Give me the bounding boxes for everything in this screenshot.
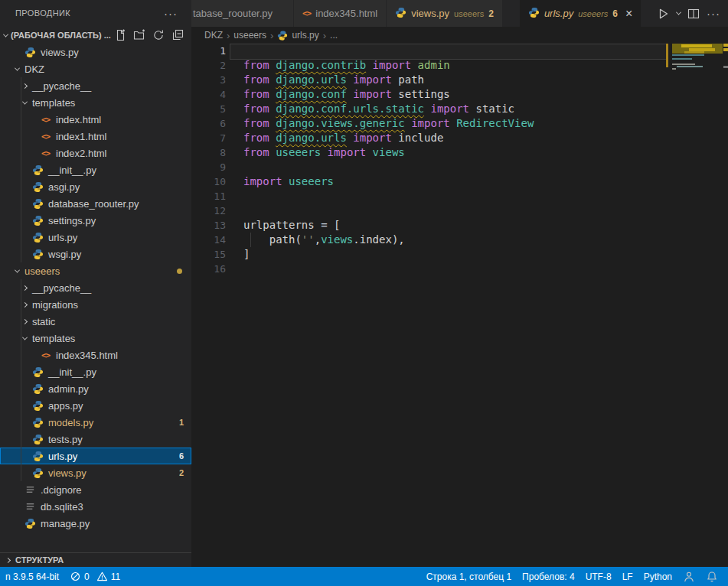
line-number: 10 [191, 174, 226, 189]
minimap-line-mark [677, 66, 703, 67]
tree-item-label: templates [32, 97, 75, 109]
tree-item-admin.py[interactable]: admin.py [0, 380, 191, 397]
code-line-1[interactable]: 1 [191, 44, 728, 58]
breadcrumb[interactable]: DKZ›useeers›urls.py›... [191, 27, 728, 44]
line-content: from django.urls import include [243, 131, 443, 145]
tree-item-models.py[interactable]: models.py1 [0, 414, 191, 431]
tree-item-DKZ[interactable]: DKZ [0, 60, 191, 77]
code-line-4[interactable]: 4from django.conf import settings [191, 87, 728, 102]
tab-tabase_roouter.py[interactable]: tabase_roouter.py [191, 0, 294, 27]
tree-item-asgi.py[interactable]: asgi.py [0, 178, 191, 195]
tree-item-urls.py[interactable]: urls.py [0, 229, 191, 246]
tree-item-label: models.py [48, 417, 93, 428]
tree-item-useeers[interactable]: useeers [0, 262, 191, 279]
tab-urls.py[interactable]: urls.pyuseeers6× [520, 0, 641, 27]
close-icon[interactable]: × [625, 8, 632, 20]
eol-status[interactable]: LF [617, 571, 638, 582]
tab-label: views.py [411, 8, 449, 19]
tree-item-views.py[interactable]: views.py2 [0, 464, 191, 481]
code-line-16[interactable]: 16 [191, 262, 728, 276]
language-mode-status[interactable]: Python [638, 571, 677, 582]
breadcrumb-item[interactable]: DKZ [204, 30, 223, 41]
notifications-bell-icon[interactable] [700, 571, 723, 583]
tab-bar: tabase_roouter.py<>index345.htmlviews.py… [191, 0, 728, 27]
python-file-icon [32, 181, 44, 193]
line-number: 5 [191, 102, 226, 116]
outline-section-header[interactable]: СТРУКТУРА [0, 552, 191, 567]
tree-item-migrations[interactable]: migrations [0, 296, 191, 313]
tree-item-db.sqlite3[interactable]: db.sqlite3 [0, 498, 191, 515]
tree-item-database_roouter.py[interactable]: database_roouter.py [0, 195, 191, 212]
tab-index345.html[interactable]: <>index345.html [294, 0, 387, 27]
breadcrumb-separator: › [270, 30, 273, 41]
tab-views.py[interactable]: views.pyuseeers2 [387, 0, 503, 27]
code-line-2[interactable]: 2from django.contrib import admin [191, 58, 728, 73]
chevron-down-icon [15, 65, 20, 70]
tree-item-label: settings.py [48, 215, 96, 226]
tree-item-urls.py[interactable]: urls.py6 [0, 448, 191, 464]
status-bar: n 3.9.5 64-bit 0 11 Строка 1, столбец 1П… [0, 567, 728, 586]
encoding-status[interactable]: UTF-8 [580, 571, 617, 582]
code-line-12[interactable]: 12 [191, 203, 728, 218]
line-number: 9 [191, 160, 226, 174]
tree-item-views.py[interactable]: views.py [0, 44, 191, 60]
tree-item-index345.html[interactable]: <>index345.html [0, 347, 191, 363]
feedback-icon[interactable] [677, 571, 700, 583]
problems-badge: 1 [179, 418, 184, 427]
tab-label: urls.py [544, 8, 573, 19]
code-line-14[interactable]: 14 path('',views.index), [191, 233, 728, 247]
tree-item-__pycache__[interactable]: __pycache__ [0, 279, 191, 296]
line-content: from django.conf.urls.static import stat… [243, 102, 514, 116]
tab-problems-badge: 2 [488, 8, 494, 19]
code-line-13[interactable]: 13urlpatterns = [ [191, 218, 728, 233]
new-folder-icon[interactable] [133, 29, 145, 41]
tree-item-label: migrations [32, 299, 78, 311]
tree-item-templates[interactable]: templates [0, 94, 191, 111]
modified-dot-badge [177, 269, 182, 274]
tree-item-.dcignore[interactable]: .dcignore [0, 481, 191, 498]
breadcrumb-item[interactable]: useeers [233, 30, 266, 41]
problems-status[interactable]: 0 11 [64, 571, 126, 582]
minimap[interactable] [666, 0, 728, 230]
tree-item-static[interactable]: static [0, 313, 191, 330]
tree-item-templates[interactable]: templates [0, 330, 191, 347]
tree-item-wsgi.py[interactable]: wsgi.py [0, 246, 191, 262]
cursor-position-status[interactable]: Строка 1, столбец 1 [421, 571, 517, 582]
more-actions-icon[interactable]: ··· [164, 0, 178, 27]
code-line-7[interactable]: 7from django.urls import include [191, 131, 728, 145]
line-number: 7 [191, 131, 226, 145]
tree-item-index.html[interactable]: <>index.html [0, 111, 191, 128]
tree-item-settings.py[interactable]: settings.py [0, 212, 191, 229]
tree-item-apps.py[interactable]: apps.py [0, 397, 191, 414]
tree-item-tests.py[interactable]: tests.py [0, 431, 191, 448]
python-version-label: n 3.9.5 64-bit [5, 571, 59, 582]
breadcrumb-item[interactable]: ... [330, 30, 338, 41]
code-editor[interactable]: 12from django.contrib import admin3from … [191, 44, 728, 276]
python-file-icon [528, 7, 540, 21]
tree-item-index1.html[interactable]: <>index1.html [0, 128, 191, 145]
code-line-11[interactable]: 11 [191, 189, 728, 203]
tree-item-__init__.py[interactable]: __init__.py [0, 161, 191, 178]
code-line-3[interactable]: 3from django.urls import path [191, 73, 728, 87]
code-line-6[interactable]: 6from django.views.generic import Redire… [191, 116, 728, 131]
code-line-8[interactable]: 8from useeers import views [191, 145, 728, 160]
tree-item-manage.py[interactable]: manage.py [0, 515, 191, 532]
line-content: path('',views.index), [243, 233, 405, 247]
tree-item-__pycache__[interactable]: __pycache__ [0, 77, 191, 94]
code-line-5[interactable]: 5from django.conf.urls.static import sta… [191, 102, 728, 116]
indentation-status[interactable]: Пробелов: 4 [517, 571, 580, 582]
tree-item-index2.html[interactable]: <>index2.html [0, 145, 191, 161]
collapse-all-icon[interactable] [171, 29, 184, 41]
refresh-icon[interactable] [152, 29, 165, 41]
python-interpreter-status[interactable]: n 3.9.5 64-bit [0, 571, 64, 582]
code-line-9[interactable]: 9 [191, 160, 728, 174]
breadcrumb-item[interactable]: urls.py [292, 30, 318, 41]
workspace-section-header[interactable]: (РАБОЧАЯ ОБЛАСТЬ) ... [0, 27, 191, 44]
error-icon [70, 571, 81, 582]
code-line-15[interactable]: 15] [191, 247, 728, 262]
tree-item-label: index.html [56, 114, 101, 125]
chevron-right-icon [22, 285, 28, 290]
new-file-icon[interactable] [114, 29, 126, 41]
code-line-10[interactable]: 10import useeers [191, 174, 728, 189]
tree-item-__init__.py[interactable]: __init__.py [0, 363, 191, 380]
